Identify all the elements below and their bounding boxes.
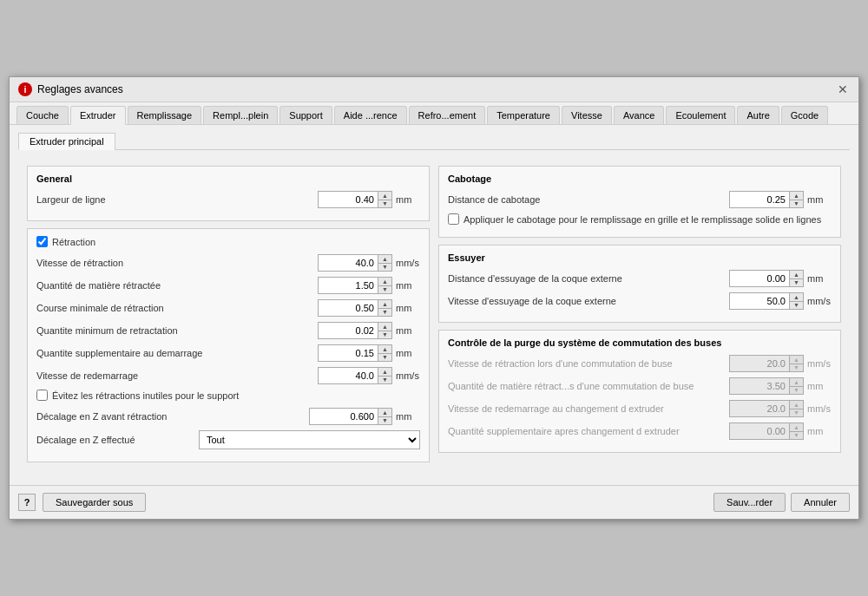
vitesse-redemarrage-extruder-unit: mm/s [807,403,832,414]
largeur-ligne-spinner: ▲ ▼ [378,191,392,208]
close-button[interactable]: ✕ [836,82,850,96]
distance-essuyage-label: Distance d'essuyage de la coque externe [448,273,729,284]
tab-support[interactable]: Support [279,106,332,124]
quantite-supplementaire-row: Quantite supplementaire au demarrage ▲ ▼… [36,344,420,362]
largeur-ligne-spin-down[interactable]: ▼ [378,200,391,208]
quantite-matiere-spin-down[interactable]: ▼ [378,286,391,294]
tab-avance[interactable]: Avance [614,106,665,124]
distance-essuyage-spin-up[interactable]: ▲ [790,271,803,279]
vitesse-redemarrage-spin-down[interactable]: ▼ [378,377,391,384]
essuyer-section-title: Essuyer [448,252,832,263]
vitesse-redemarrage-input[interactable] [318,367,378,384]
vitesse-essuyage-input[interactable] [729,292,790,310]
distance-cabotage-input-group: ▲ ▼ mm [729,191,832,208]
sauv-rder-button[interactable]: Sauv...rder [713,493,786,512]
quantite-minimum-spin-down[interactable]: ▼ [378,331,391,339]
quantite-supplementaire-extruder-input-group: ▲ ▼ mm [729,422,832,440]
quantite-supplementaire-extruder-unit: mm [807,426,832,436]
largeur-ligne-input[interactable] [318,191,378,208]
quantite-minimum-spin-up[interactable]: ▲ [378,323,391,331]
quantite-matiere-spin-up[interactable]: ▲ [378,278,391,286]
quantite-supplementaire-extruder-spinner: ▲ ▼ [790,422,804,440]
decalage-z-avant-spinner: ▲ ▼ [378,408,392,425]
retraction-checkbox[interactable] [36,236,48,247]
largeur-ligne-spin-up[interactable]: ▲ [378,192,391,200]
vitesse-essuyage-spin-down[interactable]: ▼ [790,302,803,310]
vitesse-retraction-spin-up[interactable]: ▲ [378,255,391,264]
decalage-z-avant-input-group: ▲ ▼ mm [309,408,420,425]
decalage-dropdown[interactable]: Tout Jamais Toujours [199,430,420,449]
sub-tab-extruder-principal[interactable]: Extruder principal [18,133,115,150]
vitesse-essuyage-unit: mm/s [807,296,832,306]
cabotage-section: Cabotage Distance de cabotage ▲ ▼ [438,166,841,238]
tab-autre[interactable]: Autre [737,106,779,124]
tab-remplissage[interactable]: Remplissage [128,106,202,124]
vitesse-essuyage-label: Vitesse d'essuyage de la coque externe [448,296,729,306]
quantite-retract-commutation-spin-up: ▲ [790,378,803,387]
distance-essuyage-spinner: ▲ ▼ [790,270,804,287]
vitesse-redemarrage-extruder-label: Vitesse de redemarrage au changement d e… [448,403,729,414]
quantite-supplementaire-input-group: ▲ ▼ mm [318,344,420,362]
vitesse-retraction-input[interactable] [318,254,378,272]
tab-vitesse[interactable]: Vitesse [562,106,612,124]
vitesse-retraction-commutation-input-group: ▲ ▼ mm/s [729,355,832,372]
vitesse-redemarrage-extruder-spin-down: ▼ [790,409,803,417]
vitesse-redemarrage-spin-up[interactable]: ▲ [378,368,391,377]
help-button[interactable]: ? [18,494,36,511]
quantite-matiere-input[interactable] [318,277,378,294]
vitesse-retraction-spin-down[interactable]: ▼ [378,264,391,272]
vitesse-essuyage-spin-up[interactable]: ▲ [790,293,803,302]
footer-left: ? Sauvegarder sous [18,493,146,512]
annuler-button[interactable]: Annuler [791,493,850,512]
distance-cabotage-input[interactable] [729,191,790,208]
tab-extruder[interactable]: Extruder [70,106,126,125]
quantite-minimum-row: Quantite minimum de retractation ▲ ▼ mm [36,322,420,339]
course-minimale-spin-down[interactable]: ▼ [378,309,391,317]
vitesse-retraction-row: Vitesse de rétraction ▲ ▼ mm/s [36,254,420,272]
tab-refro-ement[interactable]: Refro...ement [409,106,486,124]
quantite-matiere-spinner: ▲ ▼ [378,277,392,294]
quantite-retract-commutation-input-group: ▲ ▼ mm [729,377,832,395]
appliquer-checkbox[interactable] [448,213,459,225]
course-minimale-spin-up[interactable]: ▲ [378,300,391,309]
quantite-minimum-input[interactable] [318,322,378,339]
dialog: i Reglages avances ✕ Couche Extruder Rem… [9,76,859,520]
vitesse-redemarrage-extruder-input [729,400,790,417]
decalage-z-avant-spin-down[interactable]: ▼ [378,417,391,425]
vitesse-retraction-input-group: ▲ ▼ mm/s [318,254,420,272]
distance-cabotage-spin-up[interactable]: ▲ [790,192,803,200]
evitez-row: Évitez les rétractions inutiles pour le … [36,390,420,401]
quantite-supplementaire-extruder-spin-down: ▼ [790,432,803,440]
quantite-supplementaire-extruder-spin-up: ▲ [790,423,803,432]
tab-ecoulement[interactable]: Ecoulement [666,106,735,124]
distance-cabotage-unit: mm [807,194,832,205]
tab-aide-rence[interactable]: Aide ...rence [334,106,407,124]
tab-temperature[interactable]: Temperature [487,106,560,124]
distance-essuyage-spin-down[interactable]: ▼ [790,279,803,287]
quantite-matiere-input-group: ▲ ▼ mm [318,277,420,294]
controle-section-title: Contrôle de la purge du système de commu… [448,337,832,348]
tab-gcode[interactable]: Gcode [781,106,828,124]
footer: ? Sauvegarder sous Sauv...rder Annuler [10,485,858,519]
quantite-retract-commutation-spinner: ▲ ▼ [790,377,804,395]
vitesse-retraction-commutation-spinner: ▲ ▼ [790,355,804,372]
vitesse-essuyage-row: Vitesse d'essuyage de la coque externe ▲… [448,292,832,310]
tab-couche[interactable]: Couche [16,106,69,124]
evitez-label: Évitez les rétractions inutiles pour le … [52,390,239,401]
quantite-minimum-label: Quantite minimum de retractation [36,325,318,336]
tab-rempl-plein[interactable]: Rempl...plein [203,106,278,124]
quantite-supplementaire-spin-up[interactable]: ▲ [378,345,391,354]
vitesse-essuyage-spinner: ▲ ▼ [790,292,804,310]
quantite-supplementaire-spin-down[interactable]: ▼ [378,354,391,362]
course-minimale-input[interactable] [318,299,378,317]
distance-essuyage-input[interactable] [729,270,790,287]
quantite-supplementaire-input[interactable] [318,344,378,362]
distance-essuyage-input-group: ▲ ▼ mm [729,270,832,287]
decalage-z-avant-spin-up[interactable]: ▲ [378,409,391,417]
sauvegarder-sous-button[interactable]: Sauvegarder sous [43,493,146,512]
decalage-z-avant-input[interactable] [309,408,378,425]
decalage-z-effectue-label: Décalage en Z effectué [36,435,199,445]
distance-cabotage-spin-down[interactable]: ▼ [790,200,803,208]
evitez-checkbox[interactable] [36,390,48,401]
vitesse-retraction-spinner: ▲ ▼ [378,254,392,272]
